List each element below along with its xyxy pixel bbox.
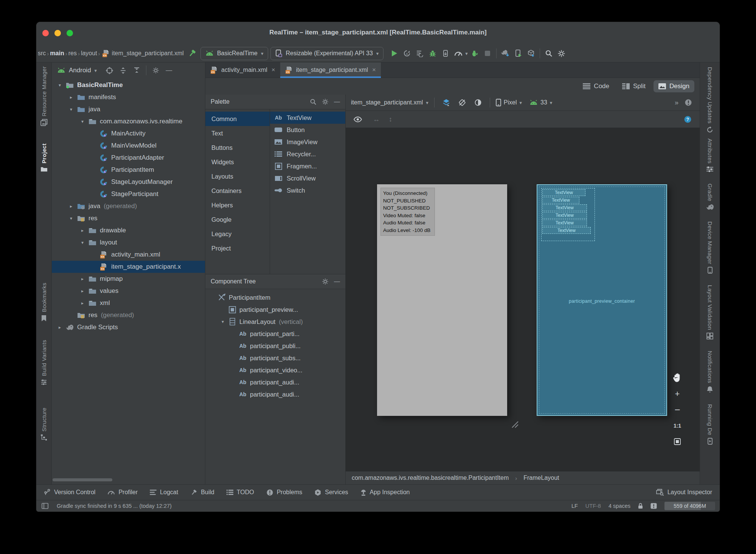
project-tree-row[interactable]: res(generated)	[52, 309, 205, 321]
tool-window-button-logcat[interactable]: Logcat	[150, 489, 178, 496]
debug-button[interactable]	[427, 47, 439, 59]
palette-category-text[interactable]: Text	[205, 126, 270, 140]
tree-chevron-icon[interactable]: ▸	[66, 95, 76, 100]
tool-window-button-problems[interactable]: Problems	[266, 489, 303, 496]
line-ending-indicator[interactable]: LF	[571, 503, 578, 509]
device-manager-button[interactable]	[512, 47, 524, 59]
search-icon[interactable]	[310, 98, 317, 105]
status-message[interactable]: Gradle sync finished in 9 s 635 ... (tod…	[57, 503, 172, 509]
tool-stripe-resource-manager[interactable]: Resource Manager	[40, 66, 48, 126]
sdk-manager-button[interactable]	[525, 47, 537, 59]
project-tree-row[interactable]: <>activity_main.xml	[52, 249, 205, 261]
project-tree-row[interactable]: ▾java	[52, 103, 205, 115]
indent-indicator[interactable]: 4 spaces	[609, 503, 630, 509]
run-button[interactable]	[388, 47, 400, 59]
project-tree-row[interactable]: ParticipantAdapter	[52, 152, 205, 164]
zoom-in-button[interactable]: +	[672, 389, 683, 399]
mode-split-button[interactable]: Split	[617, 80, 650, 92]
breadcrumb-item[interactable]: main	[50, 50, 64, 57]
resize-handle[interactable]	[509, 419, 519, 428]
tree-chevron-icon[interactable]: ▾	[78, 240, 87, 245]
apply-code-changes-button[interactable]	[414, 47, 426, 59]
hide-icon[interactable]: —	[334, 278, 340, 285]
project-tree-row[interactable]: ▾BasicRealTime	[52, 79, 205, 91]
stop-button[interactable]	[481, 47, 494, 59]
zoom-out-button[interactable]: −	[672, 405, 683, 415]
breadcrumb-item[interactable]: src	[38, 50, 46, 57]
tool-window-button-version-control[interactable]: Version Control	[44, 489, 95, 496]
project-tree-row[interactable]: ▸java(generated)	[52, 200, 205, 212]
project-tree-row[interactable]: <>item_stage_participant.x	[52, 261, 205, 273]
breadcrumb-item[interactable]: layout	[81, 50, 97, 57]
design-canvas[interactable]: You (Disconnected)NOT_PUBLISHEDNOT_SUBSC…	[346, 128, 700, 471]
chevron-down-icon[interactable]: ▾	[465, 51, 468, 56]
blueprint-textview[interactable]: TextView	[542, 227, 591, 234]
design-file-select[interactable]: item_stage_participant.xml▾	[351, 99, 428, 106]
component-tree-row[interactable]: Abparticipant_publi...	[205, 340, 345, 352]
tool-window-button-services[interactable]: Services	[314, 489, 348, 496]
component-tree-row[interactable]: ParticipantItem	[205, 291, 345, 303]
tool-window-button-app-inspection[interactable]: App Inspection	[360, 489, 410, 496]
horizontal-scrollbar[interactable]	[53, 478, 112, 481]
profile-app-button[interactable]	[469, 47, 481, 59]
project-tree-row[interactable]: ▾layout	[52, 237, 205, 249]
hide-icon[interactable]: —	[334, 98, 340, 105]
theme-icon[interactable]	[472, 96, 484, 109]
palette-category-buttons[interactable]: Buttons	[205, 140, 270, 155]
chevron-down-icon[interactable]: ▾	[95, 68, 97, 73]
tree-chevron-icon[interactable]: ▸	[78, 300, 87, 306]
gear-icon[interactable]	[322, 278, 329, 285]
sync-gradle-button[interactable]	[499, 47, 511, 59]
component-tree-row[interactable]: participant_preview...	[205, 303, 345, 316]
vertical-constraint-icon[interactable]: ↕	[389, 115, 392, 123]
tool-window-button-layout-inspector[interactable]: Layout Inspector	[656, 489, 712, 496]
expand-all-icon[interactable]	[117, 64, 129, 76]
project-tree-row[interactable]: StageLayoutManager	[52, 176, 205, 188]
tool-stripe-project[interactable]: Project	[40, 143, 48, 172]
project-tree-row[interactable]: ▸values	[52, 285, 205, 297]
palette-item-scrollview[interactable]: ScrollView	[270, 172, 345, 184]
palette-item-switch[interactable]: Switch	[270, 184, 345, 196]
zoom-ratio-button[interactable]: 1:1	[672, 421, 683, 431]
breadcrumb-layout[interactable]: FrameLayout	[523, 475, 559, 481]
tree-chevron-icon[interactable]: ▸	[78, 228, 87, 233]
blueprint-textview[interactable]: TextView	[542, 189, 585, 196]
tree-chevron-icon[interactable]: ▸	[66, 204, 76, 209]
tool-stripe-notifications[interactable]: Notifications	[707, 351, 713, 393]
palette-category-helpers[interactable]: Helpers	[205, 198, 270, 212]
memory-indicator[interactable]: 559 of 4096M	[664, 502, 715, 510]
tool-stripe-attributes[interactable]: Attributes	[706, 138, 713, 172]
layers-icon[interactable]	[440, 96, 452, 109]
apply-changes-button[interactable]: A	[401, 47, 413, 59]
palette-category-common[interactable]: Common	[205, 112, 270, 126]
help-icon[interactable]: ?	[681, 113, 694, 125]
palette-category-legacy[interactable]: Legacy	[205, 227, 270, 241]
project-tree-row[interactable]: ▾res	[52, 212, 205, 224]
visibility-eye-icon[interactable]	[352, 113, 364, 125]
tool-window-button-todo[interactable]: TODO	[227, 489, 254, 496]
palette-category-project[interactable]: Project	[205, 241, 270, 255]
api-level-select[interactable]: 33▾	[529, 99, 552, 106]
tool-stripe-layout-validation[interactable]: Layout Validation	[706, 285, 713, 339]
tree-chevron-icon[interactable]: ▸	[78, 276, 87, 282]
project-tree-row[interactable]: ▸Gradle Scripts	[52, 321, 205, 333]
gear-icon[interactable]	[322, 98, 329, 105]
project-tree-row[interactable]: ▸drawable	[52, 224, 205, 237]
palette-item-imageview[interactable]: ImageView	[270, 136, 345, 148]
tree-chevron-icon[interactable]: ▾	[78, 119, 87, 124]
mode-code-button[interactable]: Code	[578, 80, 614, 92]
tool-stripe-dependency-updates[interactable]: Dependency Updates	[706, 67, 713, 133]
blueprint-textview[interactable]: TextView	[542, 197, 579, 204]
palette-item-button[interactable]: Button	[270, 124, 345, 136]
component-tree-row[interactable]: Abparticipant_audi...	[205, 388, 345, 400]
close-tab-icon[interactable]: ×	[372, 66, 376, 74]
blueprint-textview[interactable]: TextView	[542, 204, 587, 211]
zoom-fit-button[interactable]	[672, 437, 683, 447]
component-tree-row[interactable]: Abparticipant_audi...	[205, 376, 345, 388]
project-tree-row[interactable]: MainActivity	[52, 128, 205, 140]
tree-chevron-icon[interactable]: ▸	[78, 288, 87, 294]
project-tree-row[interactable]: ▸xml	[52, 297, 205, 309]
palette-category-google[interactable]: Google	[205, 212, 270, 227]
project-tree-row[interactable]: ▾com.amazonaws.ivs.realtime	[52, 115, 205, 128]
issue-badge-icon[interactable]	[682, 96, 694, 109]
